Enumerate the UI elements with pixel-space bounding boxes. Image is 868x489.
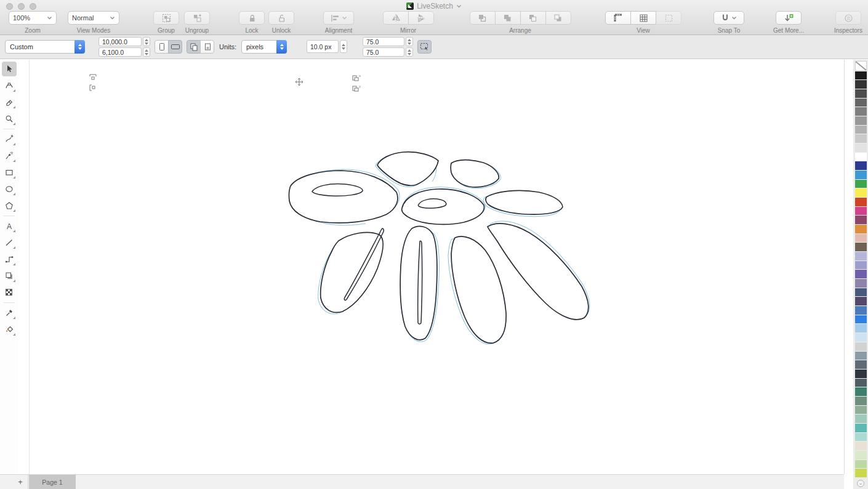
drop-shadow-tool[interactable] <box>2 269 17 283</box>
color-swatch[interactable] <box>855 261 867 270</box>
color-swatch[interactable] <box>855 180 867 188</box>
eyedropper-tool[interactable] <box>2 305 17 320</box>
color-swatch[interactable] <box>855 469 867 477</box>
ungroup-button[interactable] <box>184 11 210 25</box>
page-tab[interactable]: Page 1 <box>29 475 76 489</box>
view-modes-select[interactable]: Normal <box>68 11 119 25</box>
color-swatch[interactable] <box>855 333 867 342</box>
color-swatch[interactable] <box>855 134 867 143</box>
color-swatch[interactable] <box>855 225 867 233</box>
ellipse-tool[interactable] <box>2 182 17 196</box>
duplicate-x-stepper[interactable] <box>406 37 413 46</box>
unlock-button[interactable] <box>268 11 294 25</box>
view-guidelines-button[interactable] <box>656 11 681 25</box>
shape-tool[interactable] <box>2 78 17 93</box>
zoom-tool[interactable] <box>2 111 17 126</box>
page-preset-select[interactable]: Custom <box>5 40 85 54</box>
color-swatch[interactable] <box>855 414 867 423</box>
color-swatch[interactable] <box>855 424 867 432</box>
arrange-forward-one-button[interactable] <box>495 11 521 25</box>
color-swatch[interactable] <box>855 342 867 351</box>
color-swatch[interactable] <box>855 188 867 197</box>
landscape-orientation-button[interactable] <box>168 40 182 54</box>
no-color-swatch[interactable] <box>855 61 867 71</box>
color-swatch[interactable] <box>855 442 867 450</box>
nudge-stepper[interactable] <box>340 40 347 53</box>
color-swatch[interactable] <box>855 306 867 315</box>
connector-tool[interactable] <box>2 252 17 267</box>
color-swatch[interactable] <box>855 288 867 297</box>
color-swatch[interactable] <box>855 153 867 161</box>
color-swatch[interactable] <box>855 161 867 170</box>
color-swatch[interactable] <box>855 71 867 80</box>
color-swatch[interactable] <box>855 243 867 251</box>
pick-tool[interactable] <box>2 62 17 76</box>
text-tool[interactable]: A <box>2 219 17 233</box>
color-swatch[interactable] <box>855 315 867 324</box>
page-width-stepper[interactable] <box>143 37 150 46</box>
pattern-fill-tool[interactable] <box>2 285 17 300</box>
treat-as-filled-toggle[interactable] <box>417 40 432 54</box>
color-swatch[interactable] <box>855 207 867 216</box>
color-swatch[interactable] <box>855 116 867 125</box>
get-more-button[interactable] <box>776 11 802 25</box>
color-swatch[interactable] <box>855 143 867 152</box>
color-swatch[interactable] <box>855 451 867 459</box>
page-width-field[interactable]: 10,000.0 <box>98 37 142 46</box>
color-swatch[interactable] <box>855 171 867 179</box>
view-grid-button[interactable] <box>630 11 656 25</box>
color-swatch[interactable] <box>855 126 867 134</box>
duplicate-y-stepper[interactable] <box>406 47 413 57</box>
alignment-button[interactable] <box>323 11 354 25</box>
group-button[interactable] <box>153 11 179 25</box>
mirror-vertical-button[interactable] <box>408 11 434 25</box>
snap-to-button[interactable] <box>713 11 744 25</box>
fill-tool[interactable] <box>2 322 17 337</box>
color-swatch[interactable] <box>855 370 867 378</box>
color-swatch[interactable] <box>855 297 867 305</box>
view-rulers-button[interactable] <box>605 11 631 25</box>
color-swatch[interactable] <box>855 80 867 89</box>
units-select[interactable]: pixels <box>241 40 287 54</box>
color-swatch[interactable] <box>855 387 867 396</box>
zoom-level-select[interactable]: 100% <box>9 11 57 25</box>
color-swatch[interactable] <box>855 352 867 360</box>
palette-options-button[interactable]: ⌄ <box>857 480 864 487</box>
polygon-tool[interactable] <box>2 198 17 213</box>
rectangle-tool[interactable] <box>2 165 17 180</box>
lock-button[interactable] <box>239 11 265 25</box>
add-page-button[interactable]: + <box>14 475 27 489</box>
color-swatch[interactable] <box>855 107 867 116</box>
duplicate-y-field[interactable]: 75.0 <box>363 47 404 57</box>
color-swatch[interactable] <box>855 198 867 206</box>
color-swatch[interactable] <box>855 99 867 107</box>
page-height-stepper[interactable] <box>143 47 150 57</box>
freehand-tool[interactable] <box>2 132 17 147</box>
flower-sketch[interactable] <box>277 148 597 357</box>
nudge-distance-field[interactable]: 10.0 px <box>307 40 339 53</box>
eraser-tool[interactable] <box>2 95 17 110</box>
title-chevron-icon[interactable] <box>456 4 462 8</box>
color-swatch[interactable] <box>855 379 867 387</box>
color-swatch[interactable] <box>855 397 867 405</box>
color-swatch[interactable] <box>855 234 867 243</box>
color-swatch[interactable] <box>855 360 867 369</box>
color-swatch[interactable] <box>855 460 867 469</box>
mirror-horizontal-button[interactable] <box>383 11 409 25</box>
color-swatch[interactable] <box>855 433 867 442</box>
color-swatch[interactable] <box>855 216 867 224</box>
line-tool[interactable] <box>2 235 17 250</box>
drawing-canvas[interactable] <box>18 60 853 474</box>
color-swatch[interactable] <box>855 324 867 333</box>
color-swatch[interactable] <box>855 252 867 261</box>
apply-size-all-pages-button[interactable] <box>187 40 201 54</box>
color-swatch[interactable] <box>855 89 867 98</box>
duplicate-x-field[interactable]: 75.0 <box>363 37 404 46</box>
page-height-field[interactable]: 6,100.0 <box>98 47 142 57</box>
arrange-to-front-button[interactable] <box>470 11 496 25</box>
color-swatch[interactable] <box>855 406 867 414</box>
color-swatch[interactable] <box>855 279 867 288</box>
arrange-back-one-button[interactable] <box>520 11 546 25</box>
inspectors-button[interactable] <box>835 11 861 25</box>
arrange-to-back-button[interactable] <box>545 11 571 25</box>
